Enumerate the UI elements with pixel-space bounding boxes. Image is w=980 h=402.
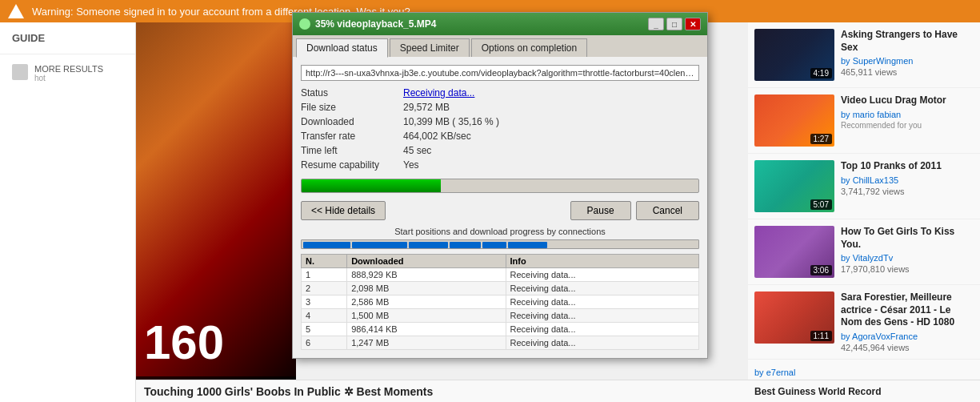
video-item-note: Recommended for you bbox=[841, 121, 974, 130]
conn-segment-2 bbox=[352, 242, 407, 248]
dialog-minimize-button[interactable]: _ bbox=[648, 18, 664, 30]
col-header-n: N. bbox=[302, 255, 347, 268]
connections-table: N. Downloaded Info 1 888,929 KB Receivin… bbox=[301, 254, 699, 350]
sidebar-guide[interactable]: GUIDE bbox=[0, 22, 135, 54]
status-grid: Status Receiving data... File size 29,57… bbox=[301, 87, 699, 171]
page-title: Touching 1000 Girls' Boobs In Public ✲ B… bbox=[144, 385, 433, 398]
right-footer-title: Best Guiness World Record bbox=[754, 386, 881, 397]
cell-downloaded: 1,500 MB bbox=[347, 309, 506, 323]
video-duration: 3:06 bbox=[810, 265, 832, 275]
video-info: Asking Strangers to Have Sex by SuperWin… bbox=[841, 29, 974, 81]
video-item-author[interactable]: by AgoraVoxFrance bbox=[841, 332, 974, 341]
cell-downloaded: 888,929 KB bbox=[347, 268, 506, 282]
dialog-body: http://r3---sn-uxa3vhnxa-jb3e.c.youtube.… bbox=[293, 57, 707, 358]
download-dialog: 35% videoplayback_5.MP4 _ □ ✕ Download s… bbox=[292, 12, 708, 359]
more-results-icon bbox=[12, 64, 28, 80]
video-item-author[interactable]: by mario fabian bbox=[841, 110, 974, 119]
video-item-views: 17,970,810 views bbox=[841, 264, 974, 274]
right-footer-author: by e7ernal bbox=[754, 368, 795, 377]
dialog-buttons: << Hide details Pause Cancel bbox=[301, 201, 699, 220]
page-bottom: Touching 1000 Girls' Boobs In Public ✲ B… bbox=[136, 380, 748, 402]
video-player[interactable]: 160 ⏸ 🔊 0:47 / 8:08 bbox=[136, 0, 296, 402]
cell-n: 6 bbox=[302, 336, 347, 350]
video-item-author[interactable]: by ChillLax135 bbox=[841, 175, 974, 185]
transfer-label: Transfer rate bbox=[301, 131, 397, 142]
cell-downloaded: 1,247 MB bbox=[347, 336, 506, 350]
dialog-title: 35% videoplayback_5.MP4 bbox=[315, 18, 643, 30]
video-duration: 1:27 bbox=[810, 134, 832, 144]
col-header-downloaded: Downloaded bbox=[347, 255, 506, 268]
tab-options-completion[interactable]: Options on completion bbox=[471, 38, 587, 57]
time-left-label: Time left bbox=[301, 145, 397, 156]
downloaded-label: Downloaded bbox=[301, 116, 397, 127]
dialog-title-icon bbox=[299, 18, 310, 30]
table-scroll-area: N. Downloaded Info 1 888,929 KB Receivin… bbox=[301, 254, 699, 350]
resume-value: Yes bbox=[403, 159, 699, 171]
dialog-close-button[interactable]: ✕ bbox=[685, 18, 701, 30]
video-thumbnail: 1:27 bbox=[754, 94, 834, 147]
conn-segment-5 bbox=[482, 242, 506, 248]
dialog-maximize-button[interactable]: □ bbox=[666, 18, 682, 30]
transfer-value: 464,002 KB/sec bbox=[403, 131, 699, 142]
cancel-button[interactable]: Cancel bbox=[636, 201, 699, 220]
cell-n: 1 bbox=[302, 268, 347, 282]
video-item-views: 465,911 views bbox=[841, 67, 974, 77]
right-buttons: Pause Cancel bbox=[570, 201, 699, 220]
right-sidebar-footer: Best Guiness World Record bbox=[748, 380, 980, 402]
left-sidebar: GUIDE MORE RESULTS hot bbox=[0, 22, 136, 402]
video-thumbnail: 5:07 bbox=[754, 160, 834, 212]
video-item[interactable]: 3:06 How To Get Girls To Kiss You. by Vi… bbox=[748, 219, 980, 285]
video-duration: 1:11 bbox=[810, 331, 832, 341]
table-row: 5 986,414 KB Receiving data... bbox=[302, 323, 699, 336]
cell-n: 2 bbox=[302, 282, 347, 295]
video-thumbnail: 4:19 bbox=[754, 29, 834, 81]
cell-downloaded: 986,414 KB bbox=[347, 323, 506, 336]
video-item[interactable]: 4:19 Asking Strangers to Have Sex by Sup… bbox=[748, 22, 980, 88]
table-row: 4 1,500 MB Receiving data... bbox=[302, 309, 699, 323]
video-number: 160 bbox=[144, 315, 224, 370]
cell-n: 4 bbox=[302, 309, 347, 323]
cell-downloaded: 2,098 MB bbox=[347, 282, 506, 295]
connections-progress-bar bbox=[301, 239, 699, 249]
video-item-author[interactable]: by SuperWingmen bbox=[841, 56, 974, 66]
table-row: 3 2,586 MB Receiving data... bbox=[302, 295, 699, 309]
cell-info: Receiving data... bbox=[506, 282, 698, 295]
hide-details-button[interactable]: << Hide details bbox=[301, 201, 386, 220]
cell-info: Receiving data... bbox=[506, 268, 698, 282]
tab-download-status[interactable]: Download status bbox=[296, 38, 388, 58]
warning-icon bbox=[8, 4, 24, 18]
dialog-titlebar: 35% videoplayback_5.MP4 _ □ ✕ bbox=[293, 13, 707, 35]
video-background: 160 bbox=[136, 0, 296, 402]
video-item[interactable]: 1:27 Video Lucu Drag Motor by mario fabi… bbox=[748, 88, 980, 154]
video-info: Top 10 Pranks of 2011 by ChillLax135 3,7… bbox=[841, 160, 974, 212]
cell-info: Receiving data... bbox=[506, 295, 698, 309]
cell-downloaded: 2,586 MB bbox=[347, 295, 506, 309]
video-item-views: 3,741,792 views bbox=[841, 187, 974, 196]
col-header-info: Info bbox=[506, 255, 698, 268]
video-info: How To Get Girls To Kiss You. by Vitalyz… bbox=[841, 226, 974, 278]
connections-label: Start positions and download progress by… bbox=[301, 227, 699, 236]
status-value: Receiving data... bbox=[403, 87, 699, 98]
video-item-title: Video Lucu Drag Motor bbox=[841, 94, 974, 107]
right-sidebar-footer2: by e7ernal bbox=[748, 365, 980, 380]
more-results-sub: hot bbox=[34, 74, 103, 82]
cell-info: Receiving data... bbox=[506, 323, 698, 336]
time-left-value: 45 sec bbox=[403, 145, 699, 156]
table-row: 2 2,098 MB Receiving data... bbox=[302, 282, 699, 295]
tab-speed-limiter[interactable]: Speed Limiter bbox=[390, 38, 470, 57]
pause-button[interactable]: Pause bbox=[570, 201, 631, 220]
video-info: Video Lucu Drag Motor by mario fabian Re… bbox=[841, 94, 974, 147]
downloaded-value: 10,399 MB ( 35,16 % ) bbox=[403, 116, 699, 127]
sidebar-more-results[interactable]: MORE RESULTS hot bbox=[0, 54, 135, 92]
video-item-author[interactable]: by VitalyzdTv bbox=[841, 253, 974, 263]
conn-segment-3 bbox=[409, 242, 448, 248]
video-thumbnail: 1:11 bbox=[754, 291, 834, 344]
table-area: N. Downloaded Info 1 888,929 KB Receivin… bbox=[301, 254, 699, 350]
progress-bar-fill bbox=[302, 179, 441, 192]
table-row: 6 1,247 MB Receiving data... bbox=[302, 336, 699, 350]
more-results-label: MORE RESULTS bbox=[34, 64, 103, 74]
video-item-title: Asking Strangers to Have Sex bbox=[841, 29, 974, 54]
video-item[interactable]: 5:07 Top 10 Pranks of 2011 by ChillLax13… bbox=[748, 154, 980, 219]
dialog-tabs: Download status Speed Limiter Options on… bbox=[293, 35, 707, 57]
video-item[interactable]: 1:11 Sara Forestier, Meilleure actrice -… bbox=[748, 285, 980, 360]
